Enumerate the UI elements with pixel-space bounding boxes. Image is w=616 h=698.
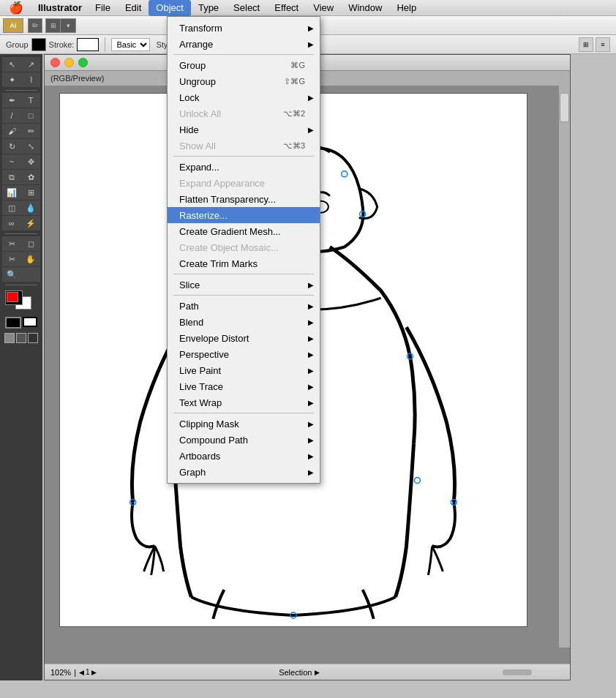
- document-tab[interactable]: (RGB/Preview): [50, 74, 104, 83]
- menu-item-clipping-mask[interactable]: Clipping Mask▶: [168, 416, 320, 432]
- blend-tool[interactable]: ∞: [2, 216, 21, 230]
- scale-tool[interactable]: ⤡: [21, 139, 40, 154]
- menu-item-arrange[interactable]: Arrange▶: [168, 36, 320, 52]
- line-tool[interactable]: /: [2, 108, 21, 123]
- tools-panel: ↖ ↗ ✦ ⌇ ✒ T / □ 🖌 ✏ ↻ ⤡ ~ ✥ ⧉ ✿ 📊 ⊞ ◫ 💧 …: [0, 54, 42, 680]
- menu-item-arrow: ▶: [308, 436, 314, 444]
- tool-row-13: ✂ ✋: [2, 252, 40, 266]
- warp-tool[interactable]: ~: [2, 154, 21, 169]
- menu-separator: [173, 295, 314, 296]
- menu-item-arrow: ▶: [308, 399, 314, 407]
- view-btn-2[interactable]: ▾: [61, 19, 75, 32]
- nav-prev[interactable]: ◀: [79, 669, 84, 676]
- menu-item-live-trace[interactable]: Live Trace▶: [168, 378, 320, 394]
- vertical-scrollbar[interactable]: [559, 86, 570, 648]
- tool-row-5: 🖌 ✏: [2, 124, 40, 138]
- style-select[interactable]: Basic: [111, 38, 150, 51]
- selection-arrow: ▶: [315, 669, 320, 676]
- menu-item-arrow: ▶: [308, 468, 314, 476]
- tool-row-10: ◫ 💧: [2, 200, 40, 215]
- menu-item-create-gradient-mesh[interactable]: Create Gradient Mesh...: [168, 223, 320, 239]
- menu-item-hide[interactable]: Hide▶: [168, 121, 320, 138]
- fill-box[interactable]: [5, 317, 21, 329]
- menu-item-expand[interactable]: Expand...: [168, 159, 320, 175]
- menu-item-rasterize[interactable]: Rasterize...: [168, 207, 320, 223]
- menu-item-lock[interactable]: Lock▶: [168, 89, 320, 105]
- menu-item-compound-path[interactable]: Compound Path▶: [168, 432, 320, 448]
- apple-menu[interactable]: 🍎: [0, 0, 32, 16]
- type-tool[interactable]: T: [21, 93, 40, 108]
- zoom-tool[interactable]: 🔍: [2, 267, 21, 282]
- screen-mode-1[interactable]: [4, 333, 15, 343]
- hand-tool[interactable]: ✋: [21, 252, 40, 266]
- menu-item-path[interactable]: Path▶: [168, 298, 320, 314]
- scissors-tool[interactable]: ✂: [2, 252, 21, 266]
- nav-next[interactable]: ▶: [91, 669, 97, 676]
- menu-view[interactable]: View: [306, 0, 341, 16]
- align-btn[interactable]: ≡: [596, 37, 610, 52]
- menu-item-arrow: ▶: [308, 281, 314, 289]
- tool-row-12: ✂ ◻: [2, 236, 40, 251]
- menu-item-group[interactable]: Group⌘G: [168, 57, 320, 73]
- menu-item-transform[interactable]: Transform▶: [168, 20, 320, 36]
- stroke-red[interactable]: [7, 292, 18, 302]
- bridge-icon: Br: [32, 22, 38, 29]
- minimize-button[interactable]: [64, 58, 74, 67]
- rect-tool[interactable]: □: [21, 108, 40, 123]
- menu-item-artboards[interactable]: Artboards▶: [168, 448, 320, 464]
- menu-item-blend[interactable]: Blend▶: [168, 314, 320, 330]
- reshape-tool[interactable]: ✥: [21, 154, 40, 169]
- menu-item-create-trim-marks[interactable]: Create Trim Marks: [168, 255, 320, 271]
- auto-trace-tool[interactable]: ⚡: [21, 216, 40, 230]
- menu-item-text-wrap[interactable]: Text Wrap▶: [168, 394, 320, 410]
- direct-select-tool[interactable]: ↗: [21, 57, 40, 72]
- mesh-tool[interactable]: ⊞: [21, 185, 40, 200]
- menu-edit[interactable]: Edit: [118, 0, 149, 16]
- gradient-tool[interactable]: ◫: [2, 200, 21, 215]
- menu-window[interactable]: Window: [341, 0, 389, 16]
- menu-help[interactable]: Help: [389, 0, 424, 16]
- menu-item-graph[interactable]: Graph▶: [168, 464, 320, 480]
- slice-tool[interactable]: ✂: [2, 236, 21, 251]
- stroke-swatch[interactable]: [77, 38, 99, 51]
- screen-mode-3[interactable]: [28, 333, 38, 343]
- free-transform-tool[interactable]: ⧉: [2, 170, 21, 184]
- maximize-button[interactable]: [78, 58, 88, 67]
- menu-effect[interactable]: Effect: [267, 0, 306, 16]
- brush-tool[interactable]: 🖌: [2, 124, 21, 138]
- magic-wand-tool[interactable]: ✦: [2, 72, 21, 87]
- select-tool[interactable]: ↖: [2, 57, 21, 72]
- fill-swatch[interactable]: [31, 38, 46, 51]
- eyedropper-tool[interactable]: 💧: [21, 200, 40, 215]
- scrollbar-thumb[interactable]: [560, 93, 569, 122]
- close-button[interactable]: [50, 58, 60, 67]
- bridge-btn[interactable]: Br: [28, 18, 42, 33]
- menu-item-ungroup[interactable]: Ungroup⇧⌘G: [168, 73, 320, 89]
- align-buttons: ⊞ ≡: [579, 37, 610, 52]
- menu-object[interactable]: Object: [149, 0, 191, 16]
- screen-mode-2[interactable]: [16, 333, 26, 343]
- lasso-tool[interactable]: ⌇: [21, 72, 40, 87]
- tool-row-4: / □: [2, 108, 40, 123]
- eraser-tool[interactable]: ◻: [21, 236, 40, 251]
- menu-file[interactable]: File: [88, 0, 118, 16]
- menu-item-arrow: ▶: [308, 126, 314, 134]
- menu-type[interactable]: Type: [191, 0, 226, 16]
- pencil-tool[interactable]: ✏: [21, 124, 40, 138]
- menu-item-envelope-distort[interactable]: Envelope Distort▶: [168, 330, 320, 346]
- view-btn-1[interactable]: ⊞: [46, 19, 61, 32]
- menu-item-shortcut: ⌥⌘3: [283, 141, 305, 151]
- grid-btn[interactable]: ⊞: [579, 37, 593, 52]
- graph-tool[interactable]: 📊: [2, 185, 21, 200]
- rotate-tool[interactable]: ↻: [2, 139, 21, 154]
- pen-tool[interactable]: ✒: [2, 93, 21, 108]
- menu-item-slice[interactable]: Slice▶: [168, 277, 320, 293]
- menu-item-flatten-transparency[interactable]: Flatten Transparency...: [168, 191, 320, 207]
- zoom-level: 102%: [50, 668, 71, 677]
- symbol-tool[interactable]: ✿: [21, 170, 40, 184]
- menu-select[interactable]: Select: [226, 0, 267, 16]
- menu-item-live-paint[interactable]: Live Paint▶: [168, 362, 320, 378]
- menu-item-label: Lock: [179, 92, 199, 103]
- stroke-box[interactable]: [23, 317, 37, 327]
- menu-item-perspective[interactable]: Perspective▶: [168, 346, 320, 362]
